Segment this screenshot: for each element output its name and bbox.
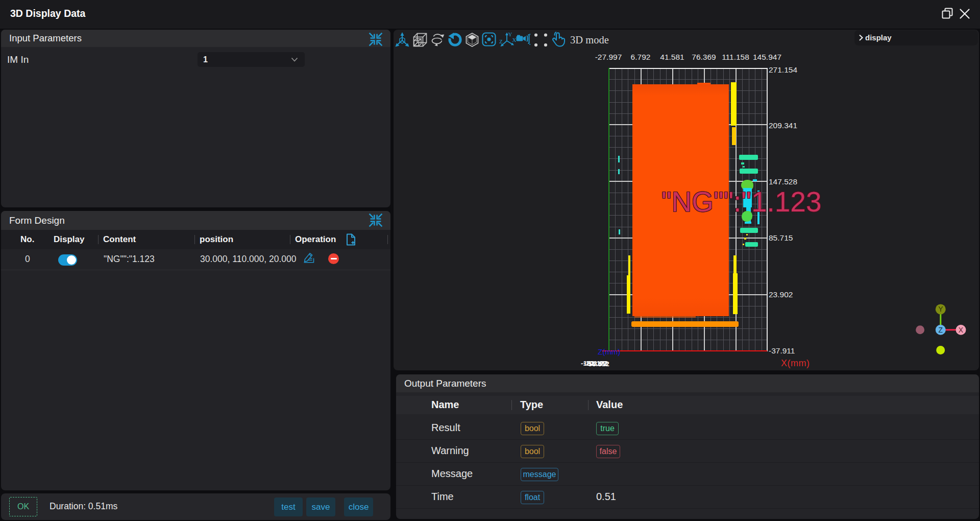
svg-text:Z: Z <box>499 38 503 44</box>
svg-text:Y: Y <box>938 305 943 313</box>
svg-text:Y: Y <box>508 31 512 37</box>
svg-text:Z: Z <box>939 326 943 334</box>
svg-text:X: X <box>959 326 964 334</box>
